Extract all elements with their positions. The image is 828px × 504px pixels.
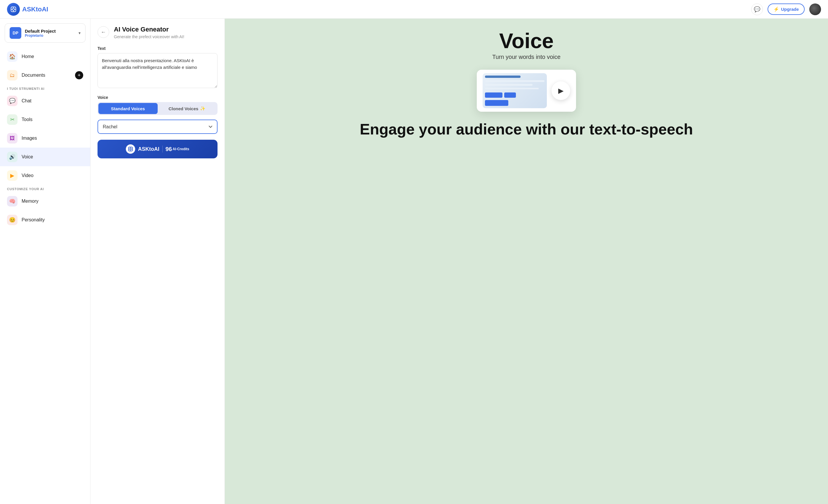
navbar-actions: 💬 ⚡ Upgrade [751, 3, 821, 15]
divider [162, 145, 163, 152]
sidebar-item-documents[interactable]: 🗂 Documents + [0, 66, 90, 85]
sidebar-item-label: Tools [22, 117, 32, 122]
main-content: ← AI Voice Geneator Generate the prefect… [90, 19, 828, 504]
avatar-image [809, 3, 821, 15]
cloned-voices-tab[interactable]: Cloned Voices ✨ [158, 103, 217, 114]
chat-icon: 💬 [7, 96, 17, 106]
sidebar-item-home[interactable]: 🏠 Home [0, 47, 90, 66]
sidebar-item-label: Images [22, 136, 37, 141]
voice-generator-panel: ← AI Voice Geneator Generate the prefect… [90, 19, 225, 504]
sidebar-item-memory[interactable]: 🧠 Memory [0, 192, 90, 211]
panel-title-group: AI Voice Geneator Generate the prefect v… [114, 26, 184, 39]
sidebar-item-chat[interactable]: 💬 Chat [0, 92, 90, 110]
logo-icon [7, 3, 20, 16]
project-name: Default Project [25, 29, 75, 34]
standard-voices-tab[interactable]: Standard Voices [98, 103, 158, 114]
promo-subtitle: Turn your words into voice [492, 54, 561, 60]
cloned-voices-label: Cloned Voices [168, 106, 198, 111]
credits-suffix: AI-Credits [172, 147, 189, 151]
cloned-tab-content: Cloned Voices ✨ [162, 106, 212, 111]
add-document-button[interactable]: + [75, 71, 83, 79]
logo: ASKtoAI [7, 3, 48, 16]
play-button[interactable]: ▶ [551, 81, 570, 100]
sidebar-item-label: Documents [22, 73, 45, 78]
main-layout: DP Default Project Propietario ▾ 🏠 Home … [0, 19, 828, 504]
sidebar-item-label: Voice [22, 154, 33, 159]
memory-icon: 🧠 [7, 196, 17, 207]
credits-number: 96 [166, 146, 172, 152]
voice-tabs: Standard Voices Cloned Voices ✨ [97, 102, 217, 115]
sidebar-item-label: Chat [22, 98, 32, 103]
promo-title: Voice [499, 30, 554, 51]
upgrade-button[interactable]: ⚡ Upgrade [768, 3, 804, 15]
navbar: ASKtoAI 💬 ⚡ Upgrade [0, 0, 828, 19]
player-mockup: ▶ [477, 70, 576, 112]
panel-subtitle: Generate the prefect voiceover with AI! [114, 34, 184, 39]
project-avatar: DP [10, 27, 21, 39]
player-inner: ▶ [480, 73, 573, 108]
tools-icon: ✂ [7, 114, 17, 125]
panel-title: AI Voice Geneator [114, 26, 184, 33]
lightning-icon: ⚡ [774, 6, 779, 12]
avatar[interactable] [809, 3, 821, 15]
promo-panel: Voice Turn your words into voice [225, 19, 828, 504]
player-screenshot [483, 73, 547, 108]
images-icon: 🖼 [7, 133, 17, 143]
voice-form-group: Voice Standard Voices Cloned Voices ✨ Ra… [97, 95, 217, 134]
sidebar-item-label: Home [22, 54, 34, 59]
text-label: Text [97, 46, 217, 51]
panel-header: ← AI Voice Geneator Generate the prefect… [97, 26, 217, 39]
back-button[interactable]: ← [97, 26, 109, 38]
documents-icon: 🗂 [7, 70, 17, 81]
upgrade-label: Upgrade [781, 7, 799, 12]
sidebar-item-images[interactable]: 🖼 Images [0, 129, 90, 148]
sidebar-item-label: Memory [22, 199, 39, 204]
chevron-down-icon: ▾ [79, 31, 81, 35]
text-form-group: Text [97, 46, 217, 89]
sidebar-item-voice[interactable]: 🔊 Voice [0, 148, 90, 166]
sparkle-icon: ✨ [200, 106, 206, 111]
credits-badge: 96 AI-Credits [166, 146, 190, 152]
video-icon: ▶ [7, 170, 17, 181]
logo-text: ASKtoAI [22, 6, 48, 13]
screenshot-content [483, 73, 547, 108]
svg-point-1 [12, 8, 14, 10]
sidebar-item-label: Video [22, 173, 34, 178]
generate-logo-icon [126, 144, 135, 154]
chat-icon-button[interactable]: 💬 [751, 3, 763, 15]
project-selector[interactable]: DP Default Project Propietario ▾ [5, 23, 86, 43]
voice-label: Voice [97, 95, 217, 100]
sidebar-item-tools[interactable]: ✂ Tools [0, 110, 90, 129]
project-role: Propietario [25, 34, 75, 38]
sidebar: DP Default Project Propietario ▾ 🏠 Home … [0, 19, 90, 504]
tools-section-label: I TUOI STRUMENTI AI [0, 85, 90, 92]
text-input[interactable] [97, 53, 217, 88]
generate-button[interactable]: ASKtoAI 96 AI-Credits [97, 140, 217, 158]
voice-select[interactable]: Rachel Adam Emily James [97, 120, 217, 134]
svg-point-7 [130, 148, 131, 150]
home-icon: 🏠 [7, 51, 17, 62]
sidebar-item-video[interactable]: ▶ Video [0, 166, 90, 185]
project-info: Default Project Propietario [25, 29, 75, 38]
customize-section-label: CUSTOMIZE YOUR AI [0, 185, 90, 192]
sidebar-item-personality[interactable]: 😊 Personality [0, 211, 90, 229]
generate-brand-label: ASKtoAI [138, 146, 159, 152]
sidebar-item-label: Personality [22, 217, 45, 223]
promo-bottom-text: Engage your audience with our text-to-sp… [360, 121, 693, 138]
voice-icon: 🔊 [7, 152, 17, 162]
personality-icon: 😊 [7, 215, 17, 225]
